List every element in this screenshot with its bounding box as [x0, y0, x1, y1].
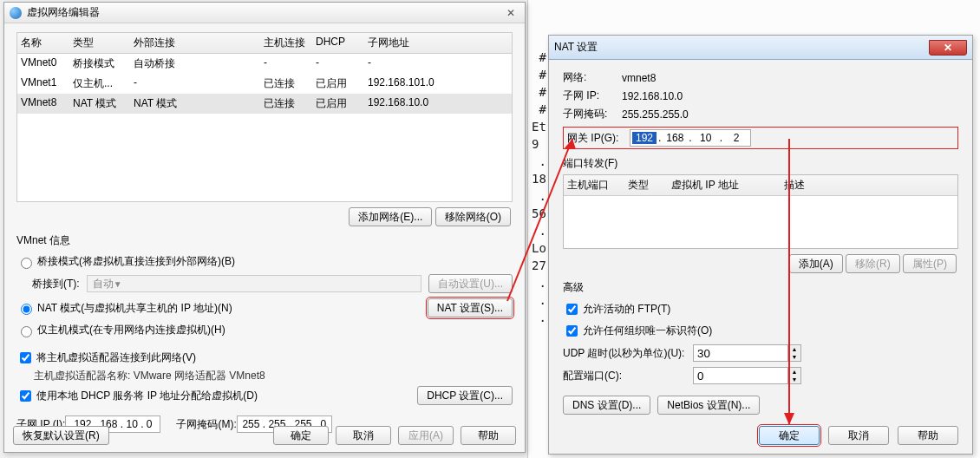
- advanced-label: 高级: [563, 280, 958, 295]
- net-value: vmnet8: [622, 72, 656, 84]
- gateway-label: 网关 IP(G):: [567, 131, 630, 146]
- network-list[interactable]: 名称 类型 外部连接 主机连接 DHCP 子网地址 VMnet0 桥接模式 自动…: [16, 32, 513, 202]
- col-dhcp: DHCP: [316, 36, 368, 50]
- nat-window-title: NAT 设置: [554, 40, 598, 55]
- close-icon[interactable]: ✕: [502, 7, 519, 19]
- add-network-button[interactable]: 添加网络(E)...: [349, 207, 432, 226]
- cfg-port-label: 配置端口(C):: [563, 369, 693, 383]
- chevron-down-icon: ▼: [114, 279, 122, 289]
- subip-label: 子网 IP:: [563, 88, 622, 103]
- col-subnet: 子网地址: [368, 36, 472, 50]
- connect-adapter-check[interactable]: 将主机虚拟适配器连接到此网络(V): [16, 347, 513, 369]
- ok-button[interactable]: 确定: [273, 426, 329, 445]
- use-dhcp-check[interactable]: 使用本地 DHCP 服务将 IP 地址分配给虚拟机(D) DHCP 设置(C).…: [16, 383, 513, 408]
- pf-col-desc: 描述: [784, 178, 954, 193]
- close-button[interactable]: ✕: [929, 40, 967, 56]
- nat-help-button[interactable]: 帮助: [898, 426, 958, 445]
- nat-settings-window: NAT 设置 ✕ 网络:vmnet8 子网 IP:192.168.10.0 子网…: [548, 35, 973, 455]
- bridge-to-label: 桥接到(T):: [32, 277, 80, 291]
- nat-cancel-button[interactable]: 取消: [828, 426, 889, 445]
- mode-host-radio[interactable]: 仅主机模式(在专用网络内连接虚拟机)(H): [16, 320, 513, 340]
- apply-button[interactable]: 应用(A): [398, 426, 454, 445]
- spin-down-icon[interactable]: ▼: [788, 353, 800, 361]
- cfg-port-input[interactable]: ▲▼: [693, 367, 801, 384]
- pf-remove-button[interactable]: 移除(R): [846, 254, 900, 273]
- gateway-row: 网关 IP(G): 192. 168. 10. 2: [563, 127, 958, 149]
- net-label: 网络:: [563, 70, 622, 85]
- help-button[interactable]: 帮助: [461, 426, 516, 445]
- remove-network-button[interactable]: 移除网络(O): [435, 207, 511, 226]
- col-ext: 外部连接: [134, 36, 264, 50]
- pf-col-type: 类型: [628, 178, 671, 193]
- adapter-name: 主机虚拟适配器名称: VMware 网络适配器 VMnet8: [16, 369, 513, 383]
- pf-prop-button[interactable]: 属性(P): [903, 254, 957, 273]
- subip-value: 192.168.10.0: [622, 90, 683, 102]
- pf-add-button[interactable]: 添加(A): [789, 254, 843, 273]
- submask-value: 255.255.255.0: [622, 108, 689, 121]
- table-header: 名称 类型 外部连接 主机连接 DHCP 子网地址: [17, 33, 512, 54]
- table-row[interactable]: VMnet8 NAT 模式 NAT 模式 已连接 已启用 192.168.10.…: [17, 94, 512, 114]
- mode-nat-radio[interactable]: NAT 模式(与虚拟机共享主机的 IP 地址)(N) NAT 设置(S)...: [16, 296, 513, 320]
- port-forward-label: 端口转发(F): [563, 156, 958, 171]
- spin-up-icon[interactable]: ▲: [788, 345, 800, 353]
- col-name: 名称: [21, 36, 73, 50]
- spin-down-icon[interactable]: ▼: [788, 376, 800, 383]
- pf-col-hostport: 主机端口: [567, 178, 628, 193]
- col-type: 类型: [73, 36, 134, 50]
- cancel-button[interactable]: 取消: [336, 426, 391, 445]
- mode-bridge-radio[interactable]: 桥接模式(将虚拟机直接连接到外部网络)(B): [16, 252, 513, 272]
- nat-settings-button[interactable]: NAT 设置(S)...: [428, 298, 513, 317]
- udp-timeout-label: UDP 超时(以秒为单位)(U):: [563, 346, 693, 361]
- allow-ftp-check[interactable]: 允许活动的 FTP(T): [563, 298, 958, 320]
- virtual-network-editor-window: 虚拟网络编辑器 ✕ 名称 类型 外部连接 主机连接 DHCP 子网地址 VMne…: [3, 2, 526, 453]
- table-row[interactable]: VMnet1 仅主机... - 已连接 已启用 192.168.101.0: [17, 74, 512, 94]
- allow-org-check[interactable]: 允许任何组织唯一标识符(O): [563, 320, 958, 342]
- vmnet-info-label: VMnet 信息: [16, 233, 513, 248]
- spin-up-icon[interactable]: ▲: [788, 368, 800, 376]
- auto-set-button[interactable]: 自动设置(U)...: [428, 274, 513, 293]
- udp-timeout-input[interactable]: ▲▼: [693, 344, 801, 362]
- window-title: 虚拟网络编辑器: [27, 5, 100, 20]
- dhcp-settings-button[interactable]: DHCP 设置(C)...: [417, 386, 513, 405]
- globe-icon: [10, 7, 22, 19]
- nat-ok-button[interactable]: 确定: [759, 426, 820, 445]
- table-row[interactable]: VMnet0 桥接模式 自动桥接 - - -: [17, 54, 512, 74]
- gateway-ip-input[interactable]: 192. 168. 10. 2: [630, 129, 751, 147]
- col-host: 主机连接: [264, 36, 316, 50]
- submask-label: 子网掩码:: [563, 107, 622, 121]
- dns-settings-button[interactable]: DNS 设置(D)...: [563, 396, 650, 415]
- nat-titlebar[interactable]: NAT 设置 ✕: [549, 36, 972, 60]
- restore-defaults-button[interactable]: 恢复默认设置(R): [13, 426, 109, 445]
- netbios-settings-button[interactable]: NetBios 设置(N)...: [657, 396, 760, 415]
- pf-col-vmip: 虚拟机 IP 地址: [671, 178, 784, 193]
- titlebar[interactable]: 虚拟网络编辑器 ✕: [4, 3, 525, 23]
- bridge-to-select[interactable]: 自动 ▼: [87, 275, 422, 292]
- port-forward-list[interactable]: 主机端口 类型 虚拟机 IP 地址 描述: [563, 174, 958, 249]
